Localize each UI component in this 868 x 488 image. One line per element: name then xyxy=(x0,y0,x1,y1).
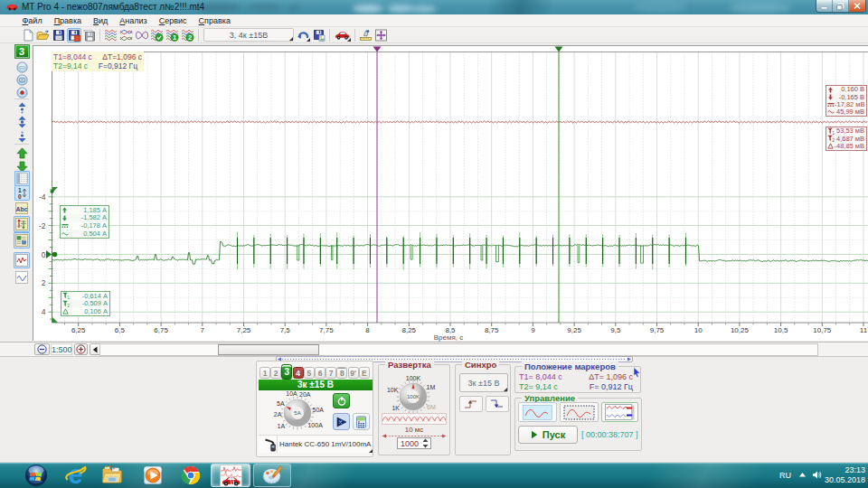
zoom-in-button[interactable] xyxy=(74,343,88,355)
sync-source-dropdown[interactable]: 3к ±15 В xyxy=(459,373,508,392)
x-tick-label: 10,5 xyxy=(774,326,788,334)
mtpro-taskbar-button[interactable] xyxy=(211,464,250,487)
marker-list-button[interactable] xyxy=(11,216,33,232)
tray-hidden-icons-button[interactable] xyxy=(798,472,807,478)
wave-red-button[interactable] xyxy=(11,252,33,268)
channel-3-badge[interactable]: 3 xyxy=(11,45,33,58)
channel-button-8[interactable]: 8 xyxy=(336,367,347,379)
zoom-scale-label: 1:500 xyxy=(51,343,72,355)
menu-item-file[interactable]: Файл xyxy=(16,16,48,25)
menu-item-service[interactable]: Сервис xyxy=(153,16,193,25)
menu-item-help[interactable]: Справка xyxy=(193,16,236,25)
start-button[interactable]: Пуск xyxy=(518,426,578,444)
mode-record-button[interactable] xyxy=(601,402,638,422)
tray-date: 30.05.2018 xyxy=(818,475,865,485)
start-orb-button[interactable] xyxy=(24,464,48,487)
wave-blue-button[interactable] xyxy=(11,269,33,286)
plot-canvas[interactable]: 6,256,56,7577,257,57,7588,258,58,7599,25… xyxy=(33,46,868,342)
fit-icon xyxy=(374,29,388,42)
explorer-icon xyxy=(101,465,123,484)
control-panel: 123456789'E3к ±15 В5A1A2A5A10A20A50A100A… xyxy=(0,358,868,463)
new-file-button[interactable] xyxy=(21,28,35,42)
save-active-button[interactable] xyxy=(67,28,81,42)
mode-continuous-button[interactable] xyxy=(518,402,557,422)
zoom-out-button[interactable] xyxy=(34,343,50,355)
channel-button-1[interactable]: 1 xyxy=(259,367,270,379)
channel-bottom-marker[interactable] xyxy=(52,317,58,323)
save-button[interactable] xyxy=(52,28,66,42)
calculator-button[interactable] xyxy=(353,413,370,430)
zoom-scrollbar-track[interactable] xyxy=(99,343,818,356)
channel-button-2[interactable]: 2 xyxy=(270,367,281,379)
channel-button-3[interactable]: 3 xyxy=(281,364,292,380)
fit-button[interactable] xyxy=(374,28,389,42)
ie-taskbar-button[interactable]: e xyxy=(65,465,87,486)
tray-clock[interactable]: 23:1330.05.2018 xyxy=(818,465,865,485)
channel-range-combo[interactable]: 3, 4к ±15В xyxy=(203,28,294,42)
wmp-taskbar-button[interactable] xyxy=(142,465,164,486)
logic-levels-button[interactable]: 10 xyxy=(11,185,33,201)
waves-2-button[interactable]: 2 xyxy=(181,28,195,42)
autorange-button[interactable] xyxy=(333,413,350,430)
waves-loop-button[interactable] xyxy=(135,28,149,42)
trigger-falling-button[interactable] xyxy=(486,396,509,412)
waves-cross-icon xyxy=(119,29,133,42)
waves-1-button[interactable]: 1 xyxy=(165,28,180,42)
x-tick-label: 8,25 xyxy=(402,326,417,334)
marker-list-icon xyxy=(14,216,30,232)
channel-button-6[interactable]: 6 xyxy=(315,367,326,379)
spinner-buttons[interactable] xyxy=(421,438,429,448)
waves-all-button[interactable] xyxy=(104,28,118,42)
marker-t1-handle[interactable] xyxy=(373,47,382,52)
chrome-taskbar-button[interactable] xyxy=(180,465,202,486)
stat-row: 45,99 мВ xyxy=(826,108,866,116)
expand-both-button[interactable] xyxy=(11,114,33,130)
stat-value: -0,614 А xyxy=(71,293,108,300)
channel-blocks-button[interactable] xyxy=(11,232,33,249)
measure-button[interactable] xyxy=(359,28,373,42)
stat-row: -0,178 А xyxy=(61,222,108,230)
save-image-button[interactable] xyxy=(312,28,326,42)
tray-language[interactable]: RU xyxy=(779,471,791,480)
save-all-button[interactable] xyxy=(82,28,97,42)
channel-button-5[interactable]: 5 xyxy=(304,367,315,379)
save-image-icon xyxy=(313,29,326,42)
channel-button-E[interactable]: E xyxy=(359,367,370,379)
car-button[interactable] xyxy=(334,28,352,42)
waves-check-button[interactable] xyxy=(150,28,165,42)
open-folder-button[interactable] xyxy=(36,28,51,42)
knob-label: 1K xyxy=(392,405,400,411)
power-button[interactable] xyxy=(333,393,350,408)
undo-button[interactable] xyxy=(297,28,311,42)
close-button[interactable] xyxy=(849,0,865,12)
zoom-scrollbar-thumb[interactable] xyxy=(218,344,319,355)
samples-spinner[interactable]: 1000 xyxy=(397,437,431,449)
clamp-selector[interactable]: Hantek CC-650 1mV/100mA xyxy=(259,435,373,453)
voltage-trace[interactable] xyxy=(52,121,868,123)
menu-item-view[interactable]: Вид xyxy=(88,16,114,25)
minimize-button[interactable] xyxy=(816,0,833,12)
ac-icon xyxy=(61,230,71,237)
maximize-button[interactable] xyxy=(833,0,849,12)
waves-cross-button[interactable] xyxy=(119,28,134,42)
trigger-rising-button[interactable] xyxy=(459,396,483,412)
channel-zero-marker[interactable] xyxy=(46,250,52,258)
x-tick-label: 9,25 xyxy=(567,326,581,334)
marker-t2-handle[interactable] xyxy=(555,47,563,52)
channel-button-7[interactable]: 7 xyxy=(326,367,336,379)
explorer-taskbar-button[interactable] xyxy=(101,465,123,486)
menu-item-analysis[interactable]: Анализ xyxy=(114,16,153,25)
table-button[interactable] xyxy=(11,171,33,186)
mode-single-button[interactable] xyxy=(560,402,599,422)
menu-item-edit[interactable]: Правка xyxy=(48,16,87,25)
table-icon xyxy=(14,171,30,186)
current-trace[interactable] xyxy=(52,241,868,264)
paint-taskbar-button[interactable] xyxy=(253,464,291,487)
channel-button-4[interactable]: 4 xyxy=(293,367,304,379)
dropdown-corner xyxy=(347,38,351,42)
abc-button[interactable]: Abc xyxy=(11,201,33,216)
channel-blocks-icon xyxy=(14,232,30,249)
channel-button-9[interactable]: 9' xyxy=(348,367,359,379)
expand-down-button[interactable] xyxy=(11,129,33,145)
knob[interactable]: 100K xyxy=(397,380,430,414)
